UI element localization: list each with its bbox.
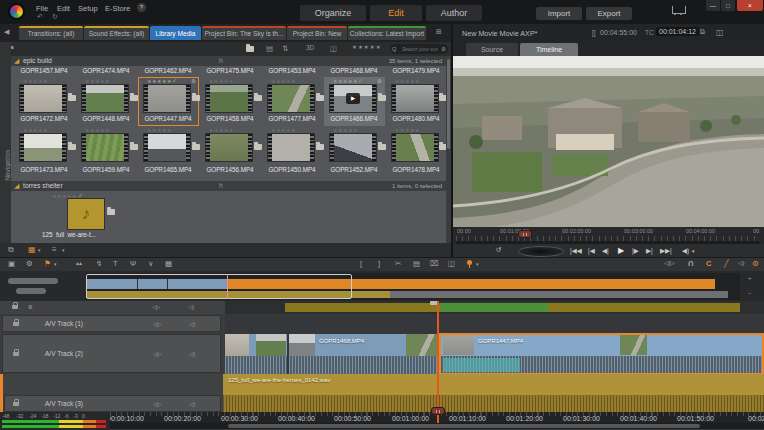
- lock-icon[interactable]: [13, 352, 19, 356]
- clip-thumbnail[interactable]: [20, 134, 66, 161]
- monitor-toggle-icon[interactable]: ◁▷: [153, 351, 161, 357]
- timeline-playhead[interactable]: [437, 301, 439, 423]
- new-tab-icon[interactable]: ⊞: [436, 28, 442, 36]
- tab-edit-active[interactable]: Edit: [370, 5, 422, 21]
- smart-edit-icon[interactable]: ∨: [148, 259, 154, 268]
- dual-view-icon[interactable]: ◫: [716, 28, 724, 37]
- track1-content[interactable]: [225, 314, 764, 333]
- clip-caption[interactable]: GOPR1457.MP4: [13, 67, 75, 74]
- clip-thumbnail[interactable]: [82, 85, 128, 112]
- undock-preview-icon[interactable]: ⧉: [700, 28, 705, 36]
- clip-caption[interactable]: GOPR1466.MP4: [323, 115, 385, 122]
- tab-project-bin-sky[interactable]: Project Bin: The Sky is th...: [202, 26, 286, 40]
- star-rating[interactable]: ★★★★★: [85, 127, 110, 133]
- clip-thumbnail[interactable]: [206, 85, 252, 112]
- snapshot-icon[interactable]: ◫: [448, 259, 455, 268]
- star-rating[interactable]: ★★★★★: [147, 78, 172, 84]
- clip-thumbnail[interactable]: [206, 134, 252, 161]
- star-rating[interactable]: ★★★★★: [209, 127, 234, 133]
- play-overlay-icon[interactable]: ▶: [346, 93, 360, 104]
- navigation-collapsed-panel[interactable]: Navigation: [0, 42, 11, 257]
- frame-forward-button[interactable]: ▶|: [646, 247, 653, 255]
- star-rating[interactable]: ★★★★★: [271, 78, 296, 84]
- import-button[interactable]: Import: [536, 7, 582, 20]
- storyboard-flag-icon[interactable]: ⚑: [44, 259, 51, 268]
- navigator-viewport-rect[interactable]: [86, 274, 352, 299]
- clip-thumbnail[interactable]: [82, 134, 128, 161]
- frame-back-button[interactable]: |◀: [588, 247, 595, 255]
- clip-caption[interactable]: GOPR1450.MP4: [261, 166, 323, 173]
- track2-header[interactable]: A/V Track (2) ◁▷ ◁): [2, 334, 221, 373]
- track3-header[interactable]: A/V Track (3) ◁▷ ◁): [4, 395, 221, 412]
- star-rating[interactable]: ★★★★★: [395, 78, 420, 84]
- caret-down-icon[interactable]: ▾: [38, 247, 41, 253]
- navigator-toggle-icon[interactable]: ▴▴: [76, 259, 82, 266]
- lock-icon[interactable]: [13, 402, 19, 406]
- fade-tool-icon[interactable]: ╱: [724, 259, 729, 268]
- thumbnail-view-icon[interactable]: ▦: [28, 245, 36, 254]
- undo-icon[interactable]: ↶: [37, 13, 43, 21]
- star-rating[interactable]: ★★★★★: [333, 127, 358, 133]
- play-button[interactable]: ▶: [618, 246, 624, 255]
- title-tool-icon[interactable]: T: [113, 259, 118, 268]
- tab-timeline[interactable]: Timeline: [520, 43, 578, 56]
- clip-thumbnail[interactable]: [20, 85, 66, 112]
- folder-icon[interactable]: [246, 46, 254, 52]
- menu-file[interactable]: File: [36, 4, 48, 13]
- clip-caption[interactable]: GOPR1456.MP4: [199, 166, 261, 173]
- pane-divider[interactable]: [451, 24, 453, 257]
- clip-thumbnail[interactable]: [392, 134, 438, 161]
- voiceover-mic-icon[interactable]: Ψ: [130, 259, 136, 268]
- clip-caption[interactable]: GOPR1473.MP4: [13, 166, 75, 173]
- monitor-toggle-icon[interactable]: ◁▷: [152, 304, 160, 310]
- clip-gear-icon[interactable]: ⚙: [191, 78, 196, 84]
- preview-scrubber-handle[interactable]: [518, 230, 532, 238]
- monitor-toggle-icon[interactable]: ◁▷: [153, 401, 161, 407]
- multitrack-icon[interactable]: ▦: [165, 259, 172, 268]
- clip-caption[interactable]: GOPR1452.MP4: [323, 166, 385, 173]
- scenes-view-icon[interactable]: ⧉: [8, 245, 14, 255]
- tab-sound-effects[interactable]: Sound Effects: (all): [84, 26, 149, 40]
- lock-icon[interactable]: [13, 322, 19, 326]
- search-settings-gear-icon[interactable]: ⚙: [441, 46, 446, 52]
- maximize-button[interactable]: □: [721, 0, 735, 11]
- close-button[interactable]: ×: [737, 0, 763, 11]
- clip-gear-icon[interactable]: ⚙: [377, 78, 382, 84]
- tab-project-bin-new[interactable]: Project Bin: New: [287, 26, 347, 40]
- clip-caption[interactable]: GOPR1477.MP4: [261, 115, 323, 122]
- track1-header[interactable]: A/V Track (1) ◁▷ ◁): [2, 315, 221, 332]
- razor-icon[interactable]: ✂: [395, 259, 401, 268]
- star-rating[interactable]: ★★★★★: [23, 127, 48, 133]
- star-rating[interactable]: ★★★★★: [271, 127, 296, 133]
- star-rating[interactable]: ★★★★★: [23, 78, 48, 84]
- trim-editor-icon[interactable]: ◁|▷: [664, 259, 675, 266]
- mute-toggle-icon[interactable]: ◁): [189, 401, 195, 407]
- monitor-toggle-icon[interactable]: ◁▷: [153, 321, 161, 327]
- 3d-filter-button[interactable]: 3D: [306, 44, 314, 51]
- clip-caption[interactable]: GOPR1472.MP4: [13, 115, 75, 122]
- zoom-in-icon[interactable]: +: [748, 275, 752, 281]
- music-clip-caption[interactable]: 125_full_we-are-t...: [42, 231, 132, 238]
- media-filter-icon[interactable]: ◫: [330, 44, 337, 53]
- go-to-end-button[interactable]: ▶▶|: [660, 247, 672, 255]
- clip-caption[interactable]: GOPR1459.MP4: [75, 166, 137, 173]
- lock-icon[interactable]: [12, 305, 18, 309]
- clip-thumbnail[interactable]: [392, 85, 438, 112]
- timeline-settings-icon[interactable]: ⚙: [26, 259, 33, 268]
- timeline-h-scrollbar[interactable]: [110, 423, 764, 429]
- list-view-icon[interactable]: ▤: [266, 44, 273, 53]
- toolbox-icon[interactable]: ⚙: [752, 259, 759, 268]
- clip-thumbnail[interactable]: [144, 134, 190, 161]
- mute-toggle-icon[interactable]: ◁): [188, 304, 194, 310]
- tab-author[interactable]: Author: [426, 5, 482, 21]
- storyboard-segment-green[interactable]: [440, 303, 548, 312]
- clip-caption[interactable]: GOPR1468.MP4: [323, 67, 385, 74]
- star-rating[interactable]: ★★★★★: [333, 78, 358, 84]
- clip-caption-selected[interactable]: GOPR1447.MP4: [137, 115, 199, 122]
- step-forward-button[interactable]: |▶: [632, 247, 639, 255]
- clip-thumbnail[interactable]: [268, 134, 314, 161]
- tab-library-media[interactable]: Library Media: [150, 26, 201, 40]
- zoom-out-icon[interactable]: −: [748, 290, 752, 296]
- clip-caption[interactable]: GOPR1448.MP4: [75, 115, 137, 122]
- estore-cart-icon[interactable]: [672, 6, 686, 14]
